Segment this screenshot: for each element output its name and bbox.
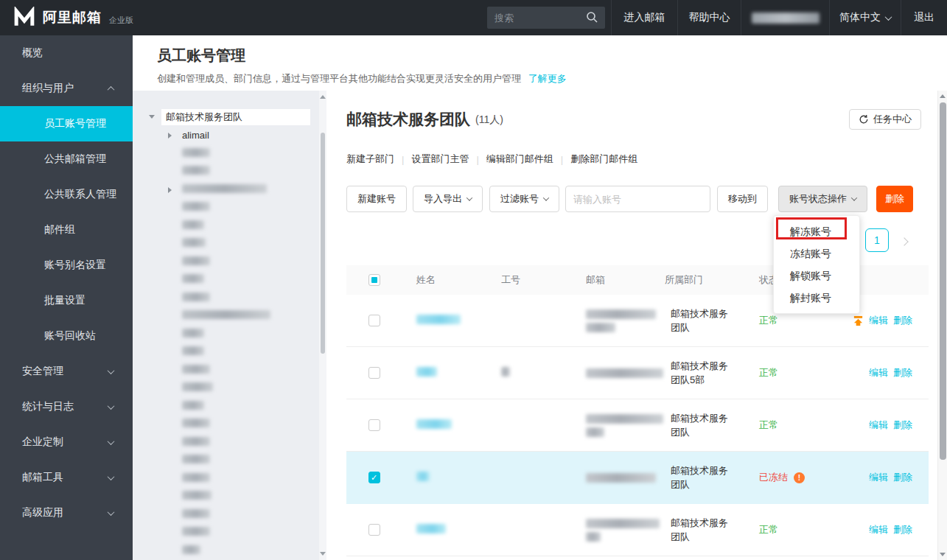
main-scrollbar[interactable] <box>937 91 947 560</box>
page-number-current[interactable]: 1 <box>865 228 889 252</box>
sidebar-item-batch-settings[interactable]: 批量设置 <box>0 283 133 318</box>
tree-node-redacted[interactable] <box>182 346 204 357</box>
tree-node-redacted[interactable] <box>182 329 204 340</box>
tree-node-redacted[interactable] <box>182 437 210 448</box>
delete-accounts-button[interactable]: 删除 <box>876 186 913 212</box>
move-to-button[interactable]: 移动到 <box>717 186 768 212</box>
logout-button[interactable]: 退出 <box>901 0 947 35</box>
tree-node-redacted[interactable] <box>182 293 210 304</box>
tree-node-root[interactable]: 邮箱技术服务团队 <box>161 109 310 125</box>
menu-item-freeze-account[interactable]: 冻结账号 <box>774 242 859 265</box>
sidebar-group-stats-logs[interactable]: 统计与日志 <box>0 389 133 424</box>
name-redacted[interactable] <box>416 419 452 429</box>
menu-item-unban-account[interactable]: 解封账号 <box>774 287 859 309</box>
name-redacted[interactable] <box>416 472 430 481</box>
sidebar-item-alias-settings[interactable]: 账号别名设置 <box>0 248 133 283</box>
scroll-down-icon[interactable] <box>940 553 946 556</box>
account-menu[interactable] <box>741 0 829 35</box>
tree-scrollbar-thumb[interactable] <box>321 133 325 354</box>
row-checkbox[interactable] <box>368 419 380 431</box>
sidebar-label: 安全管理 <box>22 365 63 378</box>
member-count: (11人) <box>475 113 503 127</box>
tree-expander-collapse-icon[interactable] <box>149 115 155 119</box>
delete-link[interactable]: 删除 <box>893 523 912 536</box>
scroll-up-icon[interactable] <box>320 95 326 99</box>
tree-node-redacted[interactable] <box>182 509 210 520</box>
row-checkbox[interactable] <box>368 367 380 379</box>
new-account-button[interactable]: 新建账号 <box>346 186 407 212</box>
next-page-button[interactable] <box>901 234 907 247</box>
account-search-input[interactable] <box>566 194 710 205</box>
search-icon[interactable] <box>586 11 598 24</box>
tree-node-redacted[interactable] <box>182 382 213 393</box>
main-scrollbar-thumb[interactable] <box>940 102 946 460</box>
sidebar-item-mail-groups[interactable]: 邮件组 <box>0 212 133 248</box>
tree-node-redacted[interactable] <box>182 310 270 321</box>
tree-expander-expand-icon[interactable] <box>168 133 172 139</box>
delete-link[interactable]: 删除 <box>893 366 912 379</box>
enter-mailbox-link[interactable]: 进入邮箱 <box>611 0 677 35</box>
delete-link[interactable]: 删除 <box>893 314 912 327</box>
task-center-button[interactable]: 任务中心 <box>849 109 921 130</box>
scroll-down-icon[interactable] <box>320 552 326 556</box>
sidebar-group-advanced-apps[interactable]: 高级应用 <box>0 495 133 531</box>
tree-node-redacted[interactable] <box>182 455 210 466</box>
tree-expander-expand-icon[interactable] <box>168 187 172 193</box>
tree-node-redacted[interactable] <box>182 527 210 538</box>
tree-node-redacted[interactable] <box>182 365 210 376</box>
sidebar-group-security[interactable]: 安全管理 <box>0 354 133 389</box>
edit-dept-maillist-link[interactable]: 编辑部门邮件组 <box>486 153 553 166</box>
name-redacted[interactable] <box>416 315 461 324</box>
row-checkbox[interactable] <box>368 524 380 536</box>
tree-node-redacted[interactable] <box>182 491 212 502</box>
tree-node-alimail[interactable]: alimail <box>182 130 209 141</box>
create-subdept-link[interactable]: 新建子部门 <box>346 153 394 166</box>
edit-link[interactable]: 编辑 <box>869 419 888 432</box>
sidebar-group-org-users[interactable]: 组织与用户 <box>0 71 133 106</box>
row-checkbox-checked[interactable] <box>368 472 380 483</box>
filter-accounts-button[interactable]: 过滤账号 <box>489 186 559 212</box>
scroll-up-icon[interactable] <box>940 94 946 98</box>
edit-link[interactable]: 编辑 <box>869 471 888 484</box>
tree-node-redacted[interactable] <box>182 545 200 556</box>
row-checkbox[interactable] <box>368 315 380 326</box>
help-center-link[interactable]: 帮助中心 <box>677 0 741 35</box>
tree-node-redacted[interactable] <box>182 238 206 249</box>
tree-node-redacted[interactable] <box>182 419 210 430</box>
sidebar-group-enterprise-custom[interactable]: 企业定制 <box>0 424 133 460</box>
tree-node-redacted[interactable] <box>182 202 210 213</box>
set-dept-manager-link[interactable]: 设置部门主管 <box>411 153 469 166</box>
tree-node-redacted[interactable] <box>182 274 204 285</box>
brand-edition: 企业版 <box>109 15 133 26</box>
edit-link[interactable]: 编辑 <box>869 314 888 327</box>
select-all-checkbox[interactable] <box>368 274 380 286</box>
sidebar-item-public-mailbox[interactable]: 公共邮箱管理 <box>0 141 133 177</box>
edit-link[interactable]: 编辑 <box>869 366 888 379</box>
sidebar-group-mail-tools[interactable]: 邮箱工具 <box>0 460 133 495</box>
sidebar-item-overview[interactable]: 概览 <box>0 35 133 71</box>
tree-node-redacted[interactable] <box>182 473 210 484</box>
tree-scrollbar[interactable] <box>319 91 326 560</box>
delete-link[interactable]: 删除 <box>893 419 912 432</box>
name-redacted[interactable] <box>416 367 437 377</box>
tree-node-redacted[interactable] <box>182 148 210 159</box>
tree-node-redacted[interactable] <box>182 220 204 231</box>
delete-dept-maillist-link[interactable]: 删除部门邮件组 <box>570 153 637 166</box>
account-status-ops-button[interactable]: 账号状态操作 <box>778 186 867 212</box>
tree-node-redacted[interactable] <box>182 401 204 412</box>
edit-link[interactable]: 编辑 <box>869 523 888 536</box>
sidebar-item-public-contacts[interactable]: 公共联系人管理 <box>0 177 133 212</box>
language-selector[interactable]: 简体中文 <box>829 0 901 35</box>
menu-item-unfreeze-account[interactable]: 解冻账号 <box>774 220 859 242</box>
import-export-button[interactable]: 导入导出 <box>413 186 483 212</box>
tree-node-redacted[interactable] <box>182 184 267 195</box>
name-redacted[interactable] <box>416 524 446 533</box>
menu-item-unlock-account[interactable]: 解锁账号 <box>774 265 859 287</box>
tree-node-redacted[interactable] <box>182 166 210 177</box>
delete-link[interactable]: 删除 <box>893 471 912 484</box>
learn-more-link[interactable]: 了解更多 <box>528 73 567 84</box>
email-redacted <box>586 309 656 319</box>
sidebar-item-account-recycle[interactable]: 账号回收站 <box>0 318 133 354</box>
tree-node-redacted[interactable] <box>182 256 210 267</box>
sidebar-item-employee-accounts[interactable]: 员工账号管理 <box>0 106 133 141</box>
